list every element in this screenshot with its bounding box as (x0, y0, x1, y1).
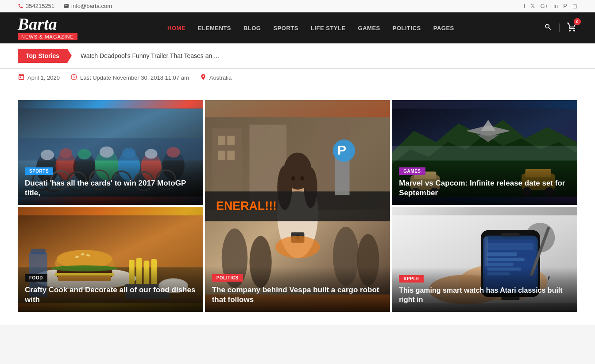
svg-rect-104 (485, 237, 488, 267)
article-title-apple: This gaming smart watch has Atari classi… (399, 286, 570, 305)
nav-games[interactable]: GAMES (358, 25, 380, 31)
articles-grid: SPORTS Ducati 'has all the cards' to win… (18, 100, 577, 312)
svg-rect-99 (487, 252, 517, 256)
card-overlay-sports: SPORTS Ducati 'has all the cards' to win… (18, 159, 203, 205)
instagram-icon[interactable]: ◻ (572, 3, 577, 9)
ticker-bar: Top Stories Watch Deadpool's Funny Trail… (0, 43, 595, 69)
article-card-food[interactable]: FOOD Crafty Cook and Decorate all of our… (18, 207, 203, 312)
cart-button[interactable]: 0 (567, 22, 577, 34)
svg-rect-24 (18, 138, 203, 160)
header-actions: 0 (544, 22, 577, 34)
facebook-icon[interactable]: f (524, 3, 525, 9)
svg-rect-100 (487, 258, 525, 261)
meta-bar: April 1, 2020 Last Update November 30, 2… (0, 69, 595, 91)
svg-rect-98 (487, 243, 533, 250)
article-title-games: Marvel vs Capcom: Infinite release date … (399, 178, 570, 198)
svg-rect-31 (218, 136, 225, 145)
logo-tagline: News & Magazine (18, 33, 77, 40)
calendar-icon (18, 74, 25, 82)
phone-icon (18, 3, 23, 9)
card-overlay-food: FOOD Crafty Cook and Decorate all of our… (18, 266, 203, 312)
article-title-politics: The company behind Vespa built a cargo r… (212, 285, 383, 305)
svg-rect-34 (227, 151, 235, 160)
ticker-label: Top Stories (18, 49, 72, 63)
search-button[interactable] (544, 23, 552, 33)
svg-point-40 (291, 176, 295, 181)
article-card-games[interactable]: GAMES Marvel vs Capcom: Infinite release… (392, 100, 577, 205)
article-card-politics[interactable]: ENERAL!!! P (205, 100, 390, 312)
svg-point-51 (275, 236, 320, 258)
header-divider (559, 23, 560, 32)
pinterest-icon[interactable]: P (563, 3, 567, 9)
logo[interactable]: Barta News & Magazine (18, 15, 77, 40)
svg-point-41 (300, 176, 304, 181)
main-content: SPORTS Ducati 'has all the cards' to win… (0, 91, 595, 325)
update-text: Last Update November 30, 2018 11:07 am (80, 74, 189, 81)
nav-pages[interactable]: PAGES (433, 25, 454, 31)
meta-update: Last Update November 30, 2018 11:07 am (70, 74, 189, 82)
svg-rect-101 (487, 263, 514, 266)
nav-elements[interactable]: ELEMENTS (198, 25, 231, 31)
tag-food[interactable]: FOOD (25, 274, 47, 282)
topbar: 354215251 info@barta.com f 𝕏 G+ in P ◻ (0, 0, 595, 12)
header: Barta News & Magazine HOME ELEMENTS BLOG… (0, 12, 595, 43)
phone-contact: 354215251 (18, 3, 54, 9)
cart-badge: 0 (574, 18, 581, 25)
email-icon (63, 3, 69, 9)
ticker-text: Watch Deadpool's Funny Trailer That Teas… (72, 52, 228, 59)
email-address: info@barta.com (71, 3, 112, 9)
email-contact: info@barta.com (63, 3, 112, 9)
card-overlay-apple: APPLE This gaming smart watch has Atari … (392, 267, 577, 312)
twitter-icon[interactable]: 𝕏 (530, 3, 535, 9)
meta-date: April 1, 2020 (18, 74, 60, 82)
card-overlay-politics: POLITICS The company behind Vespa built … (205, 266, 390, 312)
nav-home[interactable]: HOME (167, 25, 185, 31)
nav-blog[interactable]: BLOG (243, 25, 261, 31)
svg-rect-105 (501, 233, 520, 236)
nav-lifestyle[interactable]: LIFE STYLE (311, 25, 346, 31)
article-card-apple[interactable]: APPLE This gaming smart watch has Atari … (392, 207, 577, 312)
article-title-sports: Ducati 'has all the cards' to win 2017 M… (25, 178, 196, 198)
topbar-social: f 𝕏 G+ in P ◻ (524, 3, 577, 9)
card-overlay-games: GAMES Marvel vs Capcom: Infinite release… (392, 159, 577, 205)
clock-icon (70, 74, 77, 82)
svg-rect-33 (218, 151, 225, 160)
location-icon (200, 74, 207, 82)
nav-politics[interactable]: POLITICS (393, 25, 421, 31)
linkedin-icon[interactable]: in (553, 3, 558, 9)
svg-text:P: P (337, 143, 346, 157)
article-card-sports[interactable]: SPORTS Ducati 'has all the cards' to win… (18, 100, 203, 205)
tag-games[interactable]: GAMES (399, 167, 425, 175)
nav-sports[interactable]: SPORTS (273, 25, 298, 31)
svg-text:ENERAL!!!: ENERAL!!! (216, 199, 277, 213)
date-text: April 1, 2020 (27, 74, 60, 81)
svg-rect-32 (227, 136, 235, 145)
tag-sports[interactable]: SPORTS (25, 167, 53, 175)
meta-location: Australia (200, 74, 232, 82)
logo-name: Barta (18, 15, 77, 32)
article-title-food: Crafty Cook and Decorate all of our food… (25, 285, 196, 305)
topbar-left: 354215251 info@barta.com (18, 3, 112, 9)
tag-apple[interactable]: APPLE (399, 275, 424, 283)
phone-number: 354215251 (26, 3, 54, 9)
location-text: Australia (209, 74, 232, 81)
googleplus-icon[interactable]: G+ (540, 3, 548, 9)
tag-politics[interactable]: POLITICS (212, 274, 243, 282)
svg-rect-90 (31, 249, 45, 255)
svg-rect-69 (392, 146, 577, 160)
main-nav: HOME ELEMENTS BLOG SPORTS LIFE STYLE GAM… (167, 25, 454, 31)
